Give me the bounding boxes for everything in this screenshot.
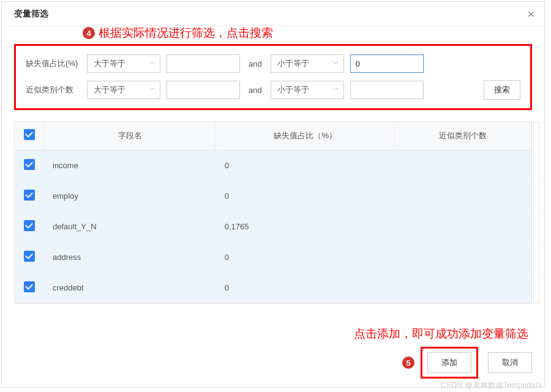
cell-missing: 0 bbox=[216, 180, 395, 211]
results-table-wrap: 字段名 缺失值占比（%） 近似类别个数 income 0 employ bbox=[14, 121, 532, 304]
search-button[interactable]: 搜索 bbox=[484, 80, 520, 100]
watermark: CSDN @美林数据Tempodata bbox=[441, 380, 542, 391]
cell-cats bbox=[395, 211, 531, 242]
cell-cats bbox=[395, 180, 531, 211]
table-row: income 0 bbox=[15, 150, 531, 180]
filter-row-missing: 缺失值占比(%) 大于等于 ﹀ and 小于等于 ﹀ bbox=[26, 54, 520, 73]
select-cat-op2[interactable]: 小于等于 ﹀ bbox=[271, 81, 344, 99]
filter-row-categories: 近似类别个数 大于等于 ﹀ and 小于等于 ﹀ 搜索 bbox=[26, 80, 520, 100]
cell-missing: 0 bbox=[216, 242, 395, 272]
label-category-count: 近似类别个数 bbox=[26, 84, 81, 95]
header-checkbox bbox=[15, 122, 44, 150]
checkbox-row[interactable] bbox=[24, 190, 35, 201]
input-missing-val2[interactable] bbox=[350, 54, 424, 73]
dialog-title: 变量筛选 bbox=[14, 9, 48, 20]
table-row: employ 0 bbox=[15, 180, 531, 211]
filter-panel: 缺失值占比(%) 大于等于 ﹀ and 小于等于 ﹀ 近似类别个数 大于等于 ﹀ bbox=[14, 44, 532, 110]
select-cat-op1[interactable]: 大于等于 ﹀ bbox=[87, 81, 160, 99]
chevron-down-icon: ﹀ bbox=[149, 86, 155, 94]
cell-field-name: income bbox=[44, 150, 216, 180]
cell-field-name: default_Y_N bbox=[44, 211, 216, 242]
annotation-badge-5: 5 bbox=[402, 357, 414, 369]
label-missing-pct: 缺失值占比(%) bbox=[26, 58, 81, 69]
cell-cats bbox=[395, 272, 531, 303]
checkbox-all[interactable] bbox=[24, 129, 35, 140]
results-table: 字段名 缺失值占比（%） 近似类别个数 income 0 employ bbox=[15, 122, 531, 303]
cell-cats bbox=[395, 242, 531, 272]
cell-missing: 0 bbox=[216, 150, 395, 180]
select-missing-op1[interactable]: 大于等于 ﹀ bbox=[87, 54, 160, 73]
dialog-body: 缺失值占比(%) 大于等于 ﹀ and 小于等于 ﹀ 近似类别个数 大于等于 ﹀ bbox=[2, 26, 544, 310]
cell-cats bbox=[395, 150, 531, 180]
cell-missing: 0.1765 bbox=[216, 211, 395, 242]
table-row: address 0 bbox=[15, 242, 531, 272]
cell-missing: 0 bbox=[216, 272, 395, 303]
checkbox-row[interactable] bbox=[24, 220, 35, 231]
annotation-top: 4 根据实际情况进行筛选，点击搜索 bbox=[83, 25, 273, 41]
table-row: default_Y_N 0.1765 bbox=[15, 211, 531, 242]
add-button[interactable]: 添加 bbox=[427, 352, 471, 373]
add-button-highlight: 添加 bbox=[421, 347, 478, 379]
dialog-header: 变量筛选 × bbox=[2, 2, 544, 26]
header-field-name: 字段名 bbox=[44, 122, 216, 150]
checkbox-row[interactable] bbox=[24, 159, 35, 170]
header-missing-pct: 缺失值占比（%） bbox=[216, 122, 395, 150]
conj-and: and bbox=[246, 86, 264, 95]
dialog-footer: 5 添加 取消 bbox=[14, 347, 532, 379]
table-header-row: 字段名 缺失值占比（%） 近似类别个数 bbox=[15, 122, 531, 150]
annotation-bottom: 点击添加，即可成功添加变量筛选 bbox=[354, 326, 528, 342]
close-icon[interactable]: × bbox=[527, 8, 534, 20]
cell-field-name: address bbox=[44, 242, 216, 272]
conj-and: and bbox=[246, 59, 264, 68]
cell-field-name: employ bbox=[44, 180, 216, 211]
cell-field-name: creddebt bbox=[44, 272, 216, 303]
chevron-down-icon: ﹀ bbox=[332, 86, 339, 94]
scrollbar-thumb[interactable] bbox=[533, 122, 539, 303]
input-cat-val2[interactable] bbox=[350, 81, 424, 99]
input-cat-val1[interactable] bbox=[167, 81, 240, 99]
table-row: creddebt 0 bbox=[15, 272, 531, 303]
annotation-badge-4: 4 bbox=[83, 27, 95, 39]
scrollbar-track[interactable] bbox=[533, 122, 539, 303]
variable-filter-dialog: 变量筛选 × 4 根据实际情况进行筛选，点击搜索 缺失值占比(%) 大于等于 ﹀… bbox=[1, 1, 545, 388]
checkbox-row[interactable] bbox=[24, 251, 35, 262]
cancel-button[interactable]: 取消 bbox=[488, 352, 532, 373]
select-missing-op2[interactable]: 小于等于 ﹀ bbox=[271, 54, 344, 73]
header-category-count: 近似类别个数 bbox=[395, 122, 531, 150]
add-group: 5 添加 bbox=[402, 347, 478, 379]
checkbox-row[interactable] bbox=[24, 281, 35, 292]
input-missing-val1[interactable] bbox=[167, 54, 240, 73]
chevron-down-icon: ﹀ bbox=[332, 59, 339, 68]
annotation-top-text: 根据实际情况进行筛选，点击搜索 bbox=[99, 25, 273, 41]
chevron-down-icon: ﹀ bbox=[149, 59, 155, 68]
